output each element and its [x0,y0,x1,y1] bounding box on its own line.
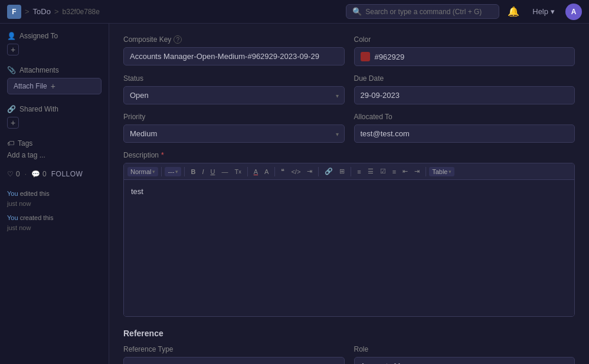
color-swatch [361,52,370,61]
color-group: Color #962929 [354,35,575,66]
edit-entry-1: You edited this just now [7,189,102,208]
dot-separator: · [25,170,27,178]
paperclip-icon: 📎 [7,66,16,74]
breadcrumb-separator2: > [54,7,59,16]
activity-row: ♡ 0 · 💬 0 FOLLOW [7,170,102,178]
role-label: Role [354,345,575,353]
attachments-section: 📎 Attachments Attach File + [7,66,102,94]
insert-group: 🔗 ⊞ [322,166,348,177]
superscript-button[interactable]: Tx [231,166,244,177]
due-date-group: Due Date [354,74,575,104]
breadcrumb-todo[interactable]: ToDo [33,7,51,16]
allocated-to-input[interactable] [354,124,575,143]
font-bg-button[interactable]: A [261,166,271,177]
notification-button[interactable]: 🔔 [505,4,522,19]
composite-key-group: Composite Key ? [123,35,345,66]
style-select[interactable]: Normal ▾ [127,167,158,176]
composite-key-help-icon[interactable]: ? [174,35,182,44]
description-textarea[interactable]: test [131,187,567,305]
checklist-button[interactable]: ☑ [377,166,389,177]
toolbar-separator-7 [426,167,426,176]
help-button[interactable]: Help ▾ [528,5,559,18]
toolbar-separator-1 [161,167,162,176]
indent-right-button[interactable]: ⇥ [304,166,315,177]
breadcrumb: F > ToDo > b32f0e788e [7,5,100,19]
unordered-list-button[interactable]: ☰ [365,166,377,177]
description-section: Description * Normal ▾ --- [123,151,575,317]
attachments-header: 📎 Attachments [7,66,102,74]
search-input[interactable] [365,8,493,16]
form-status-grid: Status Open In Progress Closed ▾ Due Dat… [123,74,575,104]
description-label: Description * [123,151,575,159]
editor-wrapper: Normal ▾ --- ▾ B I [123,163,575,317]
reference-title: Reference [123,329,575,338]
priority-select[interactable]: Low Medium High [123,124,345,143]
tags-label: Tags [18,139,32,147]
heading-select-group: --- ▾ [165,167,181,176]
attach-file-button[interactable]: Attach File + [7,78,102,94]
search-bar[interactable]: 🔍 [346,4,499,19]
composite-key-label: Composite Key ? [123,35,345,44]
assigned-to-section: 👤 Assigned To + [7,32,102,55]
font-color-button[interactable]: A [251,166,261,177]
strikethrough-button[interactable]: — [218,166,231,177]
table-select[interactable]: Table ▾ [429,167,454,176]
list-group: ≡ ☰ ☑ ≡ ⇤ ⇥ [354,166,423,177]
tags-header: 🏷 Tags [7,139,102,147]
style-label: Normal [130,168,151,175]
color-label: Color [354,35,575,44]
comment-icon: 💬 [31,170,40,178]
style-select-group: Normal ▾ [127,167,158,176]
heading-select[interactable]: --- ▾ [165,167,181,176]
user-icon: 👤 [7,32,16,40]
allocated-to-group: Allocated To [354,113,575,143]
sidebar: 👤 Assigned To + 📎 Attachments Attach Fil… [0,24,109,364]
heading-chevron-icon: ▾ [175,169,178,175]
italic-button[interactable]: I [199,166,207,177]
add-shared-button[interactable]: + [7,117,19,129]
editor-body[interactable]: test [124,180,574,316]
formatting-group: B I U — Tx [188,166,244,177]
code-button[interactable]: </> [288,166,303,177]
ordered-list-button[interactable]: ≡ [354,166,364,177]
due-date-input[interactable] [354,86,575,104]
comments-number: 0 [42,170,47,178]
status-select[interactable]: Open In Progress Closed [123,86,345,104]
form-top-grid: Composite Key ? Color #962929 [123,35,575,66]
font-group: A A [251,166,272,177]
reference-section: Reference Reference Type Role [123,329,575,364]
indent-button[interactable]: ⇥ [411,166,423,177]
status-select-wrapper: Open In Progress Closed ▾ [123,86,345,104]
ref-type-input[interactable] [123,357,345,364]
priority-select-wrapper: Low Medium High ▾ [123,124,345,143]
editor-toolbar: Normal ▾ --- ▾ B I [124,163,574,180]
toolbar-separator-3 [247,167,248,176]
bold-button[interactable]: B [188,166,198,177]
avatar[interactable]: A [565,4,582,20]
priority-group: Priority Low Medium High ▾ [123,113,345,143]
image-button[interactable]: ⊞ [336,166,348,177]
blockquote-button[interactable]: ❝ [278,166,287,177]
follow-button[interactable]: FOLLOW [51,170,83,178]
underline-button[interactable]: U [207,166,218,177]
table-group: Table ▾ [429,167,454,176]
composite-key-input[interactable] [123,47,345,65]
attach-plus-icon: + [51,81,55,91]
add-tag-button[interactable]: Add a tag ... [7,151,102,159]
app-icon[interactable]: F [7,5,21,19]
reference-grid: Reference Type Role [123,345,575,364]
breadcrumb-separator: > [25,7,30,16]
created-you-label: You [7,214,18,221]
outdent-button[interactable]: ⇤ [400,166,411,177]
add-assignee-button[interactable]: + [7,44,19,55]
created-time-label: just now [7,224,31,231]
link-button[interactable]: 🔗 [322,166,336,177]
role-input[interactable] [354,357,575,364]
main-layout: 👤 Assigned To + 📎 Attachments Attach Fil… [0,24,589,364]
attach-file-label: Attach File [14,82,47,90]
align-button[interactable]: ≡ [390,166,399,177]
color-input[interactable]: #962929 [354,47,575,66]
table-chevron-icon: ▾ [449,169,451,175]
color-value: #962929 [375,53,405,61]
edit-you-label: You [7,190,18,197]
